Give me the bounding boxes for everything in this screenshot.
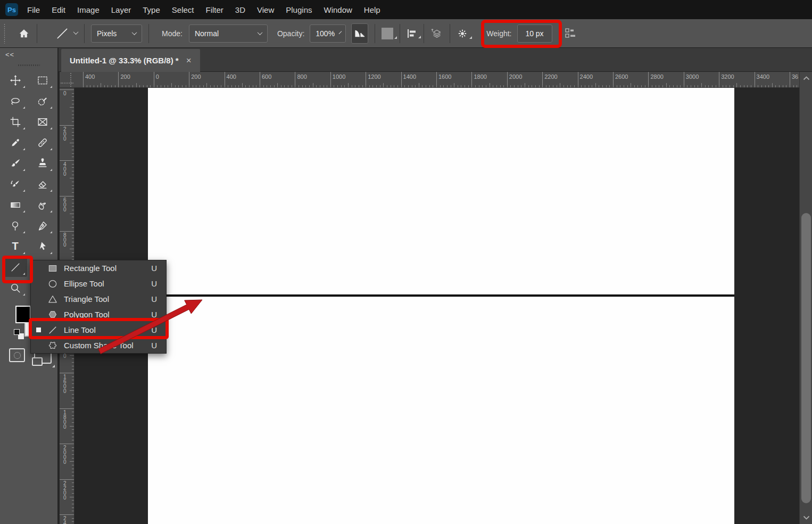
menu-file[interactable]: File: [27, 5, 40, 14]
ruler-tick: [72, 383, 74, 384]
gear-icon[interactable]: [457, 28, 468, 39]
current-tool-icon[interactable]: [55, 27, 78, 40]
ruler-label: 600: [63, 198, 67, 212]
ruler-tick: [186, 85, 186, 87]
ruler-origin[interactable]: [60, 72, 74, 88]
ruler-tick: [316, 85, 317, 87]
ruler-tick: [412, 85, 412, 87]
ruler-tick: [500, 85, 501, 87]
ruler-tick: [72, 369, 74, 370]
ruler-tick: [221, 85, 221, 87]
ruler-tick: [758, 85, 758, 87]
vertical-scrollbar[interactable]: [799, 72, 812, 524]
ruler-tick: [295, 72, 295, 88]
menu-filter[interactable]: Filter: [206, 5, 223, 14]
menu-help[interactable]: Help: [364, 5, 380, 14]
dodge-tool[interactable]: [3, 216, 27, 235]
menu-layer[interactable]: Layer: [111, 5, 131, 14]
anti-alias-toggle[interactable]: [351, 23, 368, 44]
ruler-tick: [324, 85, 324, 87]
flyout-item-shortcut: U: [151, 325, 157, 334]
ruler-tick: [235, 85, 236, 87]
horizontal-ruler[interactable]: 4002000200400600800100012001400160018002…: [74, 72, 799, 88]
lasso-tool[interactable]: [3, 91, 27, 111]
quick-mask-button[interactable]: [9, 348, 25, 362]
menu-plugins[interactable]: Plugins: [286, 5, 312, 14]
menu-type[interactable]: Type: [143, 5, 160, 14]
eraser-tool[interactable]: [30, 174, 54, 194]
ruler-tick: [193, 85, 193, 87]
menu-3d[interactable]: 3D: [235, 5, 245, 14]
ruler-tick: [168, 85, 168, 87]
ruler-label: 1600: [63, 374, 67, 394]
flyout-item-ellipse-tool[interactable]: Ellipse ToolU: [31, 276, 166, 291]
tools-panel-grip[interactable]: [18, 64, 40, 67]
move-tool[interactable]: [3, 70, 27, 90]
flyout-item-line-tool[interactable]: Line ToolU: [31, 322, 166, 338]
photoshop-logo-icon[interactable]: Ps: [5, 3, 18, 16]
chevron-down-icon: [132, 30, 137, 35]
document-canvas[interactable]: [148, 88, 734, 524]
blend-mode-select[interactable]: Normal: [189, 24, 268, 43]
canvas-area[interactable]: [74, 88, 799, 524]
ruler-tick: [196, 85, 196, 87]
ruler-tick: [581, 85, 582, 87]
tool-mode-select[interactable]: Pixels: [91, 24, 142, 43]
align-edges-icon[interactable]: [565, 28, 576, 39]
eyedropper-tool[interactable]: [3, 133, 27, 152]
gradient-tool[interactable]: [3, 195, 27, 215]
path-selection-tool[interactable]: [30, 236, 54, 256]
collapse-panel-button[interactable]: <<: [5, 51, 14, 59]
flyout-item-rectangle-tool[interactable]: Rectangle ToolU: [31, 260, 166, 276]
weight-input[interactable]: [517, 24, 552, 43]
home-icon[interactable]: [18, 28, 30, 39]
menu-view[interactable]: View: [257, 5, 274, 14]
zoom-tool[interactable]: [3, 278, 27, 298]
ruler-tick: [673, 85, 674, 87]
ruler-tick: [72, 422, 74, 423]
flyout-item-polygon-tool[interactable]: Polygon ToolU: [31, 307, 166, 322]
menu-image[interactable]: Image: [77, 5, 100, 14]
scrollbar-thumb[interactable]: [801, 213, 811, 503]
ruler-label: 1800: [474, 73, 486, 80]
fill-swatch[interactable]: [382, 28, 393, 39]
foreground-color-swatch[interactable]: [15, 306, 31, 323]
type-tool[interactable]: T: [3, 236, 27, 256]
scroll-down-icon[interactable]: [800, 512, 812, 523]
ruler-tick: [122, 85, 122, 87]
crop-tool[interactable]: [3, 112, 27, 132]
frame-tool[interactable]: [30, 112, 54, 132]
default-colors-icon[interactable]: [14, 329, 26, 341]
ruler-tick: [72, 507, 74, 508]
line-tool[interactable]: [3, 257, 27, 277]
ruler-tick: [705, 85, 706, 87]
ruler-tick: [292, 85, 292, 87]
document-tab[interactable]: Untitled-1 @ 33.3% (RGB/8) * ×: [61, 49, 200, 72]
flyout-item-triangle-tool[interactable]: Triangle ToolU: [31, 291, 166, 307]
ruler-tick: [557, 85, 557, 87]
menu-window[interactable]: Window: [324, 5, 352, 14]
close-tab-icon[interactable]: ×: [186, 55, 192, 66]
brush-tool[interactable]: [3, 153, 27, 173]
smudge-tool[interactable]: [30, 195, 54, 215]
ruler-tick: [256, 85, 256, 87]
ruler-tick: [72, 167, 74, 168]
rectangular-marquee-tool[interactable]: [30, 70, 54, 90]
ruler-tick: [380, 85, 380, 87]
flyout-item-label: Triangle Tool: [64, 294, 109, 304]
arrange-layers-icon[interactable]: [430, 27, 443, 40]
ruler-tick: [528, 85, 529, 87]
menu-select[interactable]: Select: [172, 5, 194, 14]
pen-tool[interactable]: [30, 216, 54, 235]
scroll-up-icon[interactable]: [800, 73, 812, 84]
ruler-tick: [747, 85, 748, 87]
object-selection-tool[interactable]: [30, 91, 54, 111]
clone-stamp-tool[interactable]: [30, 153, 54, 173]
menu-edit[interactable]: Edit: [52, 5, 65, 14]
flyout-item-custom-shape-tool[interactable]: Custom Shape ToolU: [31, 338, 166, 353]
history-brush-tool[interactable]: [3, 174, 27, 194]
align-icon[interactable]: [407, 28, 417, 39]
opacity-select[interactable]: 100%: [310, 24, 346, 43]
spot-healing-brush-tool[interactable]: [30, 133, 54, 152]
options-bar-grip[interactable]: [3, 23, 6, 44]
